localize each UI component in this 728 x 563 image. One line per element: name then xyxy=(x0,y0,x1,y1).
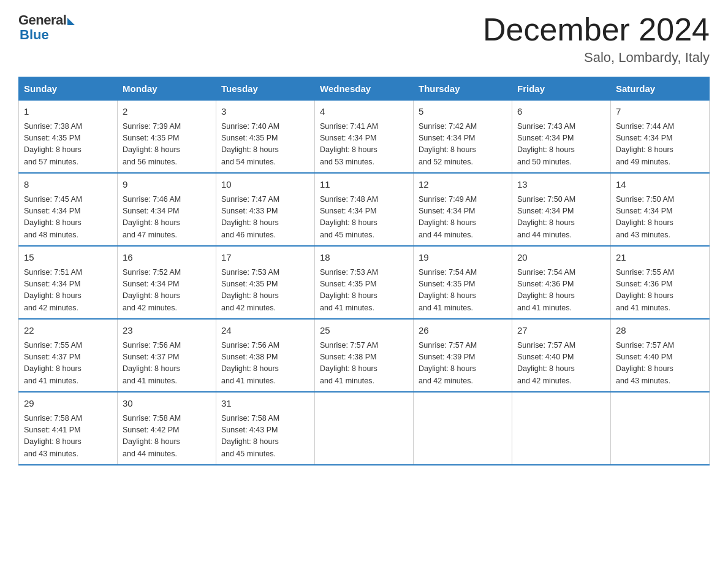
day-info: Sunrise: 7:51 AM Sunset: 4:34 PM Dayligh… xyxy=(24,267,112,315)
page-header: General Blue December 2024 Salo, Lombard… xyxy=(18,12,710,66)
calendar-cell xyxy=(611,392,710,465)
day-number: 21 xyxy=(616,251,704,265)
calendar-cell: 27 Sunrise: 7:57 AM Sunset: 4:40 PM Dayl… xyxy=(512,319,611,392)
calendar-cell: 4 Sunrise: 7:41 AM Sunset: 4:34 PM Dayli… xyxy=(315,101,414,174)
weekday-header-wednesday: Wednesday xyxy=(315,77,414,101)
day-number: 10 xyxy=(221,178,309,192)
weekday-header-sunday: Sunday xyxy=(19,77,118,101)
calendar-cell: 24 Sunrise: 7:56 AM Sunset: 4:38 PM Dayl… xyxy=(216,319,315,392)
day-info: Sunrise: 7:54 AM Sunset: 4:36 PM Dayligh… xyxy=(517,267,605,315)
day-info: Sunrise: 7:45 AM Sunset: 4:34 PM Dayligh… xyxy=(24,194,112,242)
day-number: 24 xyxy=(221,324,309,338)
logo-general-text: General xyxy=(18,12,66,28)
weekday-header-thursday: Thursday xyxy=(414,77,512,101)
calendar-cell: 18 Sunrise: 7:53 AM Sunset: 4:35 PM Dayl… xyxy=(315,246,414,319)
calendar-cell: 7 Sunrise: 7:44 AM Sunset: 4:34 PM Dayli… xyxy=(611,101,710,174)
day-info: Sunrise: 7:47 AM Sunset: 4:33 PM Dayligh… xyxy=(221,194,309,242)
day-info: Sunrise: 7:42 AM Sunset: 4:34 PM Dayligh… xyxy=(419,121,507,169)
day-number: 9 xyxy=(123,178,211,192)
day-info: Sunrise: 7:39 AM Sunset: 4:35 PM Dayligh… xyxy=(123,121,211,169)
calendar-week-row: 22 Sunrise: 7:55 AM Sunset: 4:37 PM Dayl… xyxy=(19,319,710,392)
day-number: 15 xyxy=(24,251,112,265)
day-info: Sunrise: 7:46 AM Sunset: 4:34 PM Dayligh… xyxy=(123,194,211,242)
day-info: Sunrise: 7:57 AM Sunset: 4:40 PM Dayligh… xyxy=(517,340,605,388)
calendar-cell: 21 Sunrise: 7:55 AM Sunset: 4:36 PM Dayl… xyxy=(611,246,710,319)
day-info: Sunrise: 7:44 AM Sunset: 4:34 PM Dayligh… xyxy=(616,121,704,169)
weekday-header-monday: Monday xyxy=(118,77,216,101)
calendar-week-row: 8 Sunrise: 7:45 AM Sunset: 4:34 PM Dayli… xyxy=(19,173,710,246)
day-number: 22 xyxy=(24,324,112,338)
day-info: Sunrise: 7:58 AM Sunset: 4:42 PM Dayligh… xyxy=(123,413,211,461)
day-number: 29 xyxy=(24,397,112,411)
calendar-cell: 8 Sunrise: 7:45 AM Sunset: 4:34 PM Dayli… xyxy=(19,173,118,246)
calendar-week-row: 15 Sunrise: 7:51 AM Sunset: 4:34 PM Dayl… xyxy=(19,246,710,319)
calendar-cell xyxy=(512,392,611,465)
day-info: Sunrise: 7:41 AM Sunset: 4:34 PM Dayligh… xyxy=(320,121,408,169)
calendar-cell: 29 Sunrise: 7:58 AM Sunset: 4:41 PM Dayl… xyxy=(19,392,118,465)
calendar-cell: 1 Sunrise: 7:38 AM Sunset: 4:35 PM Dayli… xyxy=(19,101,118,174)
month-title: December 2024 xyxy=(483,12,710,47)
day-number: 3 xyxy=(221,105,309,119)
day-number: 18 xyxy=(320,251,408,265)
day-info: Sunrise: 7:50 AM Sunset: 4:34 PM Dayligh… xyxy=(616,194,704,242)
day-number: 13 xyxy=(517,178,605,192)
day-number: 20 xyxy=(517,251,605,265)
day-number: 28 xyxy=(616,324,704,338)
day-number: 30 xyxy=(123,397,211,411)
title-block: December 2024 Salo, Lombardy, Italy xyxy=(483,12,710,66)
calendar-cell: 10 Sunrise: 7:47 AM Sunset: 4:33 PM Dayl… xyxy=(216,173,315,246)
logo: General Blue xyxy=(18,12,75,43)
day-info: Sunrise: 7:56 AM Sunset: 4:38 PM Dayligh… xyxy=(221,340,309,388)
calendar-cell: 20 Sunrise: 7:54 AM Sunset: 4:36 PM Dayl… xyxy=(512,246,611,319)
day-number: 17 xyxy=(221,251,309,265)
calendar-header: SundayMondayTuesdayWednesdayThursdayFrid… xyxy=(19,77,710,101)
calendar-cell xyxy=(414,392,512,465)
day-info: Sunrise: 7:53 AM Sunset: 4:35 PM Dayligh… xyxy=(320,267,408,315)
day-info: Sunrise: 7:57 AM Sunset: 4:38 PM Dayligh… xyxy=(320,340,408,388)
calendar-cell: 28 Sunrise: 7:57 AM Sunset: 4:40 PM Dayl… xyxy=(611,319,710,392)
day-info: Sunrise: 7:55 AM Sunset: 4:36 PM Dayligh… xyxy=(616,267,704,315)
calendar-cell: 26 Sunrise: 7:57 AM Sunset: 4:39 PM Dayl… xyxy=(414,319,512,392)
day-number: 23 xyxy=(123,324,211,338)
day-info: Sunrise: 7:38 AM Sunset: 4:35 PM Dayligh… xyxy=(24,121,112,169)
calendar-cell: 23 Sunrise: 7:56 AM Sunset: 4:37 PM Dayl… xyxy=(118,319,216,392)
logo-triangle-icon xyxy=(67,18,75,25)
calendar-cell: 3 Sunrise: 7:40 AM Sunset: 4:35 PM Dayli… xyxy=(216,101,315,174)
day-info: Sunrise: 7:56 AM Sunset: 4:37 PM Dayligh… xyxy=(123,340,211,388)
day-number: 7 xyxy=(616,105,704,119)
day-number: 26 xyxy=(419,324,507,338)
day-info: Sunrise: 7:50 AM Sunset: 4:34 PM Dayligh… xyxy=(517,194,605,242)
day-number: 25 xyxy=(320,324,408,338)
calendar-cell: 17 Sunrise: 7:53 AM Sunset: 4:35 PM Dayl… xyxy=(216,246,315,319)
calendar-cell: 6 Sunrise: 7:43 AM Sunset: 4:34 PM Dayli… xyxy=(512,101,611,174)
day-info: Sunrise: 7:55 AM Sunset: 4:37 PM Dayligh… xyxy=(24,340,112,388)
location-title: Salo, Lombardy, Italy xyxy=(483,50,710,66)
calendar-cell: 25 Sunrise: 7:57 AM Sunset: 4:38 PM Dayl… xyxy=(315,319,414,392)
day-info: Sunrise: 7:53 AM Sunset: 4:35 PM Dayligh… xyxy=(221,267,309,315)
calendar-cell: 22 Sunrise: 7:55 AM Sunset: 4:37 PM Dayl… xyxy=(19,319,118,392)
day-info: Sunrise: 7:57 AM Sunset: 4:40 PM Dayligh… xyxy=(616,340,704,388)
calendar-cell: 14 Sunrise: 7:50 AM Sunset: 4:34 PM Dayl… xyxy=(611,173,710,246)
day-number: 5 xyxy=(419,105,507,119)
calendar-cell: 12 Sunrise: 7:49 AM Sunset: 4:34 PM Dayl… xyxy=(414,173,512,246)
day-info: Sunrise: 7:54 AM Sunset: 4:35 PM Dayligh… xyxy=(419,267,507,315)
day-number: 1 xyxy=(24,105,112,119)
weekday-header-tuesday: Tuesday xyxy=(216,77,315,101)
day-number: 16 xyxy=(123,251,211,265)
calendar-cell: 16 Sunrise: 7:52 AM Sunset: 4:34 PM Dayl… xyxy=(118,246,216,319)
day-number: 11 xyxy=(320,178,408,192)
calendar-cell: 9 Sunrise: 7:46 AM Sunset: 4:34 PM Dayli… xyxy=(118,173,216,246)
day-info: Sunrise: 7:48 AM Sunset: 4:34 PM Dayligh… xyxy=(320,194,408,242)
day-number: 6 xyxy=(517,105,605,119)
day-number: 12 xyxy=(419,178,507,192)
calendar-cell: 19 Sunrise: 7:54 AM Sunset: 4:35 PM Dayl… xyxy=(414,246,512,319)
calendar-cell: 31 Sunrise: 7:58 AM Sunset: 4:43 PM Dayl… xyxy=(216,392,315,465)
day-info: Sunrise: 7:40 AM Sunset: 4:35 PM Dayligh… xyxy=(221,121,309,169)
day-number: 31 xyxy=(221,397,309,411)
calendar-table: SundayMondayTuesdayWednesdayThursdayFrid… xyxy=(18,77,710,465)
calendar-cell: 2 Sunrise: 7:39 AM Sunset: 4:35 PM Dayli… xyxy=(118,101,216,174)
weekday-header-friday: Friday xyxy=(512,77,611,101)
day-info: Sunrise: 7:57 AM Sunset: 4:39 PM Dayligh… xyxy=(419,340,507,388)
calendar-cell: 11 Sunrise: 7:48 AM Sunset: 4:34 PM Dayl… xyxy=(315,173,414,246)
calendar-week-row: 1 Sunrise: 7:38 AM Sunset: 4:35 PM Dayli… xyxy=(19,101,710,174)
